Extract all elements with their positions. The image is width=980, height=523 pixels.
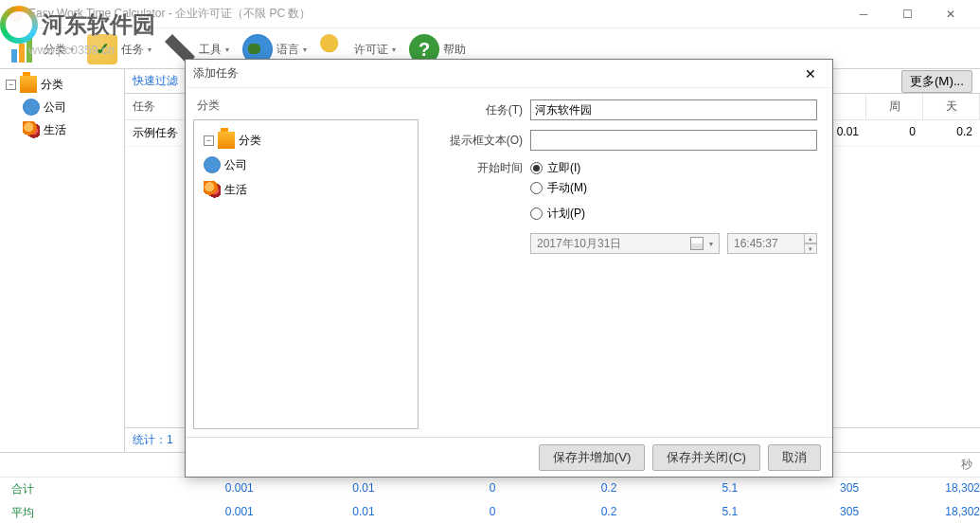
quick-filter-label: 快速过滤	[133, 73, 178, 89]
tree-item-life[interactable]: 生活	[4, 118, 120, 141]
people-icon	[204, 181, 221, 198]
radio-plan[interactable]: 计划(P)	[530, 206, 817, 222]
time-spinner[interactable]: ▴▾	[804, 233, 817, 254]
dlg-tree-life[interactable]: 生活	[202, 177, 410, 202]
collapse-icon[interactable]: −	[6, 80, 16, 90]
radio-immediate[interactable]: 立即(I)	[530, 160, 580, 176]
hint-text-input[interactable]	[530, 130, 817, 151]
col-week[interactable]: 周	[866, 94, 923, 119]
col-seconds: 秒	[849, 453, 980, 477]
collapse-icon[interactable]: −	[204, 135, 214, 146]
task-label: 任务(T)	[428, 102, 523, 118]
hint-label: 提示框文本(O)	[428, 133, 523, 149]
category-section-label: 分类	[193, 96, 419, 119]
save-and-close-button[interactable]: 保存并关闭(C)	[652, 444, 760, 471]
dialog-title: 添加任务	[193, 65, 796, 81]
globe-icon	[204, 156, 221, 173]
radio-manual[interactable]: 手动(M)	[530, 180, 817, 196]
chevron-down-icon: ▾	[303, 45, 307, 54]
watermark-url: www.pc0359.cn	[28, 43, 115, 57]
folder-icon	[20, 76, 37, 93]
dialog-category-tree: − 分类 公司 生活	[193, 119, 419, 429]
chevron-down-icon: ▾	[392, 45, 396, 54]
folder-icon	[218, 132, 235, 149]
globe-icon	[23, 99, 40, 116]
date-picker[interactable]: 2017年10月31日 ▾	[530, 233, 720, 254]
dlg-tree-root[interactable]: − 分类	[202, 128, 410, 153]
chevron-down-icon: ▾	[225, 45, 229, 54]
more-button[interactable]: 更多(M)...	[901, 70, 972, 93]
watermark-logo: 河东软件园	[0, 6, 155, 44]
maximize-button[interactable]: ☐	[885, 0, 929, 28]
dlg-tree-company[interactable]: 公司	[202, 153, 410, 177]
col-day[interactable]: 天	[923, 94, 980, 119]
radio-icon	[530, 182, 543, 194]
add-task-dialog: 添加任务 ✕ 分类 − 分类 公司 生活	[185, 59, 833, 478]
radio-icon	[530, 207, 543, 220]
save-and-add-button[interactable]: 保存并增加(V)	[539, 444, 646, 471]
close-button[interactable]: ✕	[929, 0, 972, 28]
tree-item-company[interactable]: 公司	[4, 96, 120, 118]
tree-root[interactable]: − 分类	[4, 73, 120, 96]
calendar-icon	[690, 237, 704, 250]
dialog-close-button[interactable]: ✕	[796, 60, 825, 88]
people-icon	[23, 121, 40, 138]
minimize-button[interactable]: ─	[842, 0, 885, 28]
time-picker[interactable]: 16:45:37	[727, 233, 805, 254]
summary-avg-row: 平均 0.001 0.01 0 0.2 5.1 305 18,302	[0, 501, 980, 523]
task-name-input[interactable]	[530, 99, 817, 120]
start-time-label: 开始时间	[428, 160, 523, 176]
chevron-down-icon: ▾	[709, 240, 713, 248]
dialog-titlebar: 添加任务 ✕	[186, 60, 832, 88]
category-sidebar: − 分类 公司 生活	[0, 69, 125, 452]
chevron-down-icon: ▾	[148, 45, 151, 54]
radio-icon	[530, 162, 543, 174]
summary-total-row: 合计 0.001 0.01 0 0.2 5.1 305 18,302	[0, 478, 980, 501]
cancel-button[interactable]: 取消	[768, 444, 821, 471]
